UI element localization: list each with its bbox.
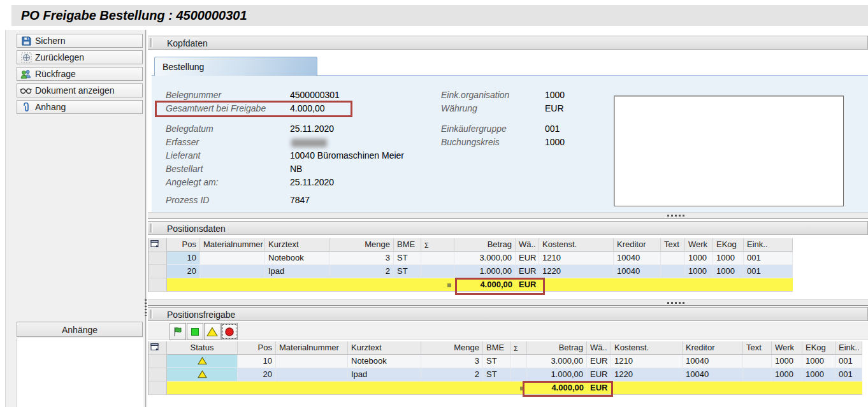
horizontal-splitter-1[interactable] [148,212,868,219]
col-header-kurztext[interactable]: Kurztext [265,238,330,252]
cell-kostenst[interactable]: 1220 [611,368,683,382]
cell-bme[interactable]: ST [394,265,421,278]
header-note-textarea[interactable] [614,96,844,206]
col-header-kostenst[interactable]: Kostenst. [611,341,683,355]
cell-kurztext[interactable]: Notebook [265,252,330,265]
total-filler[interactable] [539,278,793,292]
sum-marker-cell[interactable] [421,278,454,292]
col-header-sum[interactable]: Σ [421,238,454,252]
cell-betrag[interactable]: 3.000,00 [454,252,516,265]
col-header-kurztext[interactable]: Kurztext [348,341,421,355]
total-filler[interactable] [611,382,862,395]
attachments-tray-header[interactable]: Anhänge [17,322,143,337]
col-header-text[interactable]: Text [661,238,685,252]
cell-eink[interactable]: 001 [744,265,793,278]
cell-menge[interactable]: 2 [330,265,394,278]
release-flag-button[interactable] [170,323,186,340]
table-settings-icon[interactable] [148,341,167,355]
cell-pos[interactable]: 10 [167,252,200,265]
col-header-eink[interactable]: Eink.. [744,238,793,252]
cell-ekog[interactable]: 1000 [713,265,744,278]
row-selector[interactable] [148,355,167,368]
cell-status[interactable] [167,368,238,382]
cell-text[interactable] [743,355,772,368]
col-header-betrag[interactable]: Betrag [454,238,516,252]
col-header-betrag[interactable]: Betrag [527,341,587,355]
col-header-ekog[interactable]: EKog [713,238,744,252]
col-header-waehrung[interactable]: Wä.. [516,238,539,252]
col-header-eink[interactable]: Eink.. [835,341,862,355]
horizontal-splitter-2[interactable] [148,299,868,306]
cell-kreditor[interactable]: 10040 [614,252,661,265]
cell-betrag[interactable]: 1.000,00 [527,368,587,382]
cell-werk[interactable]: 1000 [772,355,802,368]
cell-werk[interactable]: 1000 [772,368,802,382]
attachment-button[interactable]: Anhang [17,100,143,114]
table-settings-icon[interactable] [148,238,167,252]
cell-kurztext[interactable]: Ipad [265,265,330,278]
col-header-menge[interactable]: Menge [421,341,483,355]
col-header-materialnummer[interactable]: Materialnummer [276,341,348,355]
cell-waehrung[interactable]: EUR [587,355,611,368]
cell-ekog[interactable]: 1000 [802,368,835,382]
cell-pos[interactable]: 20 [167,265,200,278]
display-document-button[interactable]: Dokument anzeigen [17,83,143,97]
cell-betrag[interactable]: 1.000,00 [454,265,516,278]
col-header-text[interactable]: Text [743,341,772,355]
col-header-bme[interactable]: BME [483,341,510,355]
cell-eink[interactable]: 001 [835,368,862,382]
cell-ekog[interactable]: 1000 [713,252,744,265]
release-green-button[interactable] [187,323,203,340]
col-header-kreditor[interactable]: Kreditor [683,341,743,355]
cell-text[interactable] [743,368,772,382]
col-header-kostenst[interactable]: Kostenst. [539,238,614,252]
cell-betrag[interactable]: 3.000,00 [527,355,587,368]
cell-materialnummer[interactable] [200,252,265,265]
row-selector[interactable] [148,368,167,382]
attachments-list[interactable] [17,338,143,407]
cell-pos[interactable]: 10 [238,355,276,368]
cell-waehrung[interactable]: EUR [516,252,539,265]
cell-materialnummer[interactable] [276,355,348,368]
release-warning-button[interactable] [204,323,221,340]
col-header-bme[interactable]: BME [394,238,421,252]
col-header-kreditor[interactable]: Kreditor [614,238,661,252]
cell-werk[interactable]: 1000 [685,265,713,278]
cell-kreditor[interactable]: 10040 [614,265,661,278]
cell-kurztext[interactable]: Notebook [348,355,421,368]
cell-sum[interactable] [421,265,454,278]
row-selector[interactable] [148,278,167,292]
cell-bme[interactable]: ST [394,252,421,265]
inquiry-button[interactable]: Rückfrage [17,67,143,81]
cell-menge[interactable]: 2 [421,368,483,382]
col-header-status[interactable]: Status [167,341,238,355]
row-selector[interactable] [148,382,167,395]
cell-kurztext[interactable]: Ipad [348,368,421,382]
total-filler[interactable] [167,278,421,292]
cell-text[interactable] [661,265,685,278]
cell-eink[interactable]: 001 [835,355,862,368]
cell-kostenst[interactable]: 1210 [539,252,614,265]
cell-menge[interactable]: 3 [330,252,394,265]
hold-button[interactable]: Zurücklegen [17,50,143,64]
cell-bme[interactable]: ST [483,355,510,368]
col-header-ekog[interactable]: EKog [802,341,835,355]
col-header-waehrung[interactable]: Wä.. [587,341,611,355]
cell-status[interactable] [167,355,238,368]
cell-sum[interactable] [510,355,527,368]
cell-materialnummer[interactable] [200,265,265,278]
release-reject-button[interactable] [221,323,238,340]
cell-kreditor[interactable]: 10040 [683,355,743,368]
cell-bme[interactable]: ST [483,368,510,382]
col-header-materialnummer[interactable]: Materialnummer [200,238,265,252]
cell-sum[interactable] [510,368,527,382]
cell-kreditor[interactable]: 10040 [683,368,743,382]
horizontal-splitter-1-grip[interactable] [667,215,684,217]
cell-pos[interactable]: 20 [238,368,276,382]
cell-menge[interactable]: 3 [421,355,483,368]
total-filler[interactable] [167,382,510,395]
cell-kostenst[interactable]: 1220 [539,265,614,278]
col-header-werk[interactable]: Werk [772,341,802,355]
cell-materialnummer[interactable] [276,368,348,382]
horizontal-splitter-2-grip[interactable] [667,302,684,304]
